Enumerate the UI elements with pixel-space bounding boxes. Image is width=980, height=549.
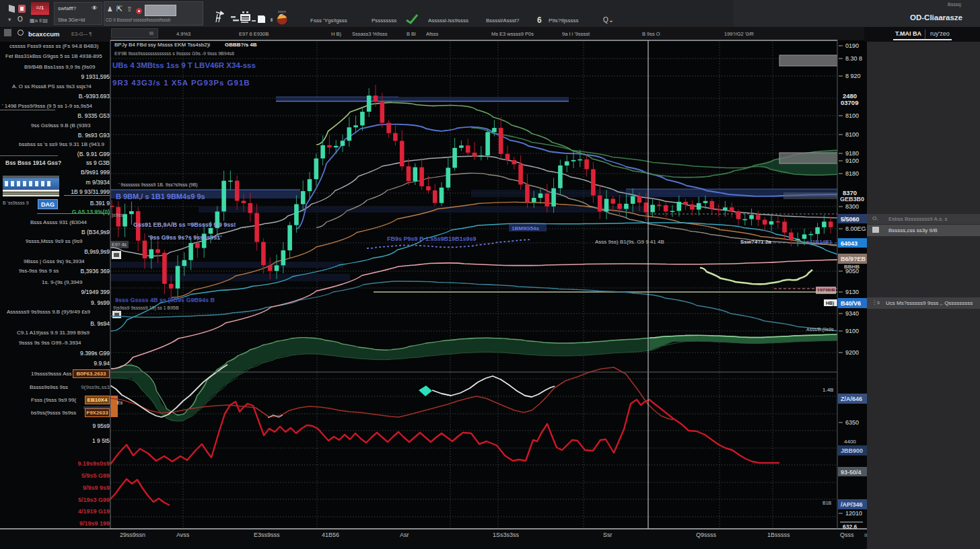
svg-text:HB): HB): [826, 301, 834, 306]
svg-text:Z/A/646: Z/A/646: [841, 396, 862, 402]
svg-text:5/5060: 5/5060: [841, 216, 860, 223]
svg-text:1.4B: 1.4B: [823, 387, 833, 393]
svg-text:Ssw?4?1 2a: Ssw?4?1 2a: [740, 239, 771, 245]
svg-text:632.6: 632.6: [843, 523, 858, 530]
svg-text:8100: 8100: [845, 131, 859, 138]
svg-text:s41B14B1: s41B14B1: [806, 239, 833, 245]
svg-text:0190: 0190: [845, 42, 859, 49]
svg-text:Gss91 EB,9A/B ss =9Bsss9 9 9: Gss91 EB,9A/B ss =9Bsss9 9 9 9ss!: [133, 221, 236, 228]
svg-text:BBHB: BBHB: [844, 264, 860, 270]
svg-text:B6/9?EB: B6/9?EB: [841, 256, 866, 262]
svg-text:FB9s P9s9 B 1.s5s9B19B1s9s9: FB9s P9s9 B 1.s5s9B19B1s9s9: [387, 235, 477, 242]
svg-text:8.30 8: 8.30 8: [845, 55, 862, 62]
svg-text:4400: 4400: [844, 439, 856, 445]
svg-text:9130: 9130: [845, 289, 859, 295]
svg-text:9340: 9340: [845, 310, 859, 317]
svg-text:UBs 4 3MBtss 1ss 9 T LBV46R X3: UBs 4 3MBtss 1ss 9 T LBV46R X34-sss: [112, 61, 256, 69]
svg-text:/AP/346: /AP/346: [841, 501, 863, 508]
svg-text:Asss 9ss) B1(9s. G9 9 41 4B: Asss 9ss) B1(9s. G9 9 41 4B: [595, 239, 664, 245]
svg-text:B 9BM,/ s 1B1 9BM4s9 9s: B 9BM,/ s 1B1 9BM4s9 9s: [116, 192, 205, 200]
svg-text:8 920: 8 920: [845, 73, 861, 79]
svg-text:8100: 8100: [845, 112, 859, 119]
svg-text:E9? 4s: E9? 4s: [112, 242, 127, 247]
svg-text:1BM9G54s: 1BM9G54s: [512, 225, 539, 231]
svg-text:9)s9ss9 9sssss9 19) ss 1 B95B: 9)s9ss9 9sssss9 19) ss 1 B95B: [113, 305, 179, 311]
svg-text:9100: 9100: [845, 157, 859, 164]
svg-text:9200: 9200: [845, 349, 859, 356]
svg-text:64043: 64043: [841, 240, 858, 247]
svg-text:9sss Gssss 4B ss (9B9s G9B94s: 9sss Gssss 4B ss (9B9s G9B94s B: [115, 297, 215, 303]
svg-text:Asss/B.(9s9s: Asss/B.(9s9s: [806, 327, 834, 332]
svg-text:E9'9B 9sss9sssssssssssss s 9ss: E9'9B 9sss9sssssssssssss s 9sssss G9s.-9…: [114, 51, 234, 56]
svg-text:9100: 9100: [845, 328, 859, 334]
svg-text:GBBB?/s 4B: GBBB?/s 4B: [225, 42, 257, 48]
svg-text:' 9sssssss 9ssss9 1B. 9ss?s9ss: ' 9sssssss 9ssss9 1B. 9ss?s9sss (9B): [118, 182, 198, 188]
svg-text:8180: 8180: [845, 170, 859, 177]
svg-text:B1B: B1B: [823, 501, 832, 505]
svg-text:9180: 9180: [845, 150, 859, 157]
svg-text:'9ss G9ss 9s?s 9ssss9s1': '9ss G9ss 9s?s 9ssss9s1': [148, 234, 221, 241]
svg-text:03709: 03709: [841, 99, 858, 106]
svg-text:9R3 43G3/s 1 X5A PG93Ps G91B: 9R3 43G3/s 1 X5A PG93Ps G91B: [112, 79, 250, 87]
svg-text:12010: 12010: [845, 510, 862, 517]
svg-text:Es: Es: [117, 400, 123, 405]
svg-text:JBB900: JBB900: [841, 447, 863, 454]
svg-text:)s9ss: )s9ss: [112, 213, 123, 218]
svg-text:B40/V6: B40/V6: [841, 300, 861, 307]
svg-text:8.00EG: 8.00EG: [845, 225, 866, 232]
svg-text:GEB3B0: GEB3B0: [840, 196, 864, 203]
svg-text:8300: 8300: [845, 203, 859, 210]
svg-text:93-50/4: 93-50/4: [841, 469, 862, 476]
svg-text:6350: 6350: [845, 419, 859, 426]
svg-text:BPJy B4 FBd ssy Mssss EKM Tss4: BPJy B4 FBd ssy Mssss EKM Tss4sb2)i: [114, 42, 210, 48]
